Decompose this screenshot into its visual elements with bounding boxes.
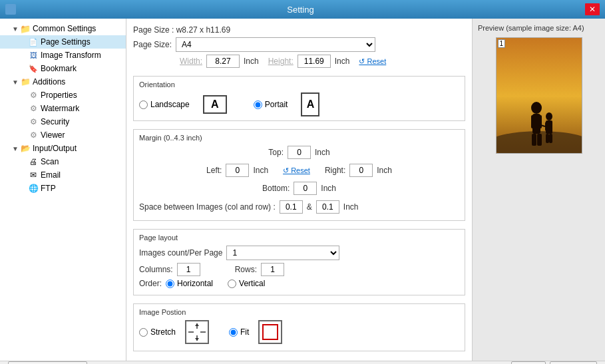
- sidebar-item-security[interactable]: ⚙ Security: [0, 115, 126, 128]
- page-size-select[interactable]: A4 A3 Letter: [176, 37, 375, 52]
- horizontal-radio[interactable]: [166, 279, 174, 288]
- sidebar-label-page-settings: Page Settings: [41, 37, 91, 47]
- portrait-option[interactable]: Portait: [254, 100, 288, 109]
- bottom-label: Bottom:: [262, 184, 290, 193]
- sidebar: ▼ 📁 Common Settings 📄 Page Settings 🖼 Im…: [0, 19, 126, 361]
- security-icon: ⚙: [28, 116, 39, 127]
- sidebar-item-page-settings[interactable]: 📄 Page Settings: [0, 35, 126, 49]
- page-icon: 📄: [28, 37, 39, 47]
- bottom-input[interactable]: [294, 182, 317, 195]
- toggle-icon: [19, 170, 28, 180]
- rows-input[interactable]: [261, 263, 284, 276]
- stretch-option[interactable]: Stretch: [139, 327, 176, 337]
- width-input[interactable]: 8.27: [206, 55, 240, 68]
- sidebar-item-viewer[interactable]: ⚙ Viewer: [0, 128, 126, 142]
- sidebar-label-email: Email: [41, 170, 61, 180]
- sidebar-item-bookmark[interactable]: 🔖 Bookmark: [0, 62, 126, 75]
- space-label: Space between Images (col and row) :: [139, 202, 276, 212]
- rows-label: Rows:: [235, 265, 257, 274]
- sidebar-item-additions[interactable]: ▼ 📁 Additions: [0, 75, 126, 89]
- sidebar-label-properties: Properties: [41, 91, 77, 100]
- fit-icon: [258, 320, 282, 344]
- sidebar-label-ftp: FTP: [41, 184, 56, 193]
- sidebar-label-security: Security: [41, 117, 69, 126]
- height-input[interactable]: 11.69: [298, 55, 331, 68]
- portrait-icon: A: [301, 92, 319, 116]
- sidebar-item-email[interactable]: ✉ Email: [0, 168, 126, 182]
- inch-label-2: Inch: [335, 57, 350, 66]
- stretch-radio[interactable]: [139, 328, 148, 337]
- space-row-input[interactable]: [316, 200, 339, 214]
- bottom-margin-row: Bottom: Inch: [262, 182, 336, 195]
- images-count-select[interactable]: 1 2 4: [226, 246, 339, 260]
- columns-label: Columns:: [139, 265, 173, 274]
- images-count-label: Images count/Per Page: [139, 248, 222, 258]
- page-size-select-row: Page Size: A4 A3 Letter: [133, 37, 465, 52]
- top-input[interactable]: [288, 146, 311, 159]
- fit-option[interactable]: Fit: [229, 327, 249, 337]
- sidebar-item-watermark[interactable]: ⚙ Watermark: [0, 102, 126, 115]
- preview-panel: Preview (sample image size: A4) 1: [472, 19, 605, 361]
- svg-point-8: [531, 102, 542, 114]
- sidebar-item-scan[interactable]: 🖨 Scan: [0, 155, 126, 168]
- space-and: &: [307, 202, 312, 212]
- content-area: ▼ 📁 Common Settings 📄 Page Settings 🖼 Im…: [0, 19, 605, 361]
- margin-section: Margin (0..4.3 inch) Top: Inch Left: Inc…: [133, 129, 465, 221]
- gear-icon: ⚙: [28, 90, 39, 100]
- landscape-radio[interactable]: [139, 100, 148, 109]
- svg-rect-13: [537, 134, 542, 146]
- svg-marker-1: [195, 323, 199, 326]
- toggle-icon: ▼: [11, 77, 20, 87]
- space-col-input[interactable]: [280, 200, 303, 214]
- page-size-title-row: Page Size : w8.27 x h11.69: [133, 25, 465, 35]
- title-bar: Setting ✕: [0, 0, 605, 19]
- portrait-radio[interactable]: [254, 100, 262, 109]
- sidebar-item-common-settings[interactable]: ▼ 📁 Common Settings: [0, 22, 126, 35]
- page-size-section: Page Size : w8.27 x h11.69 Page Size: A4…: [133, 25, 465, 71]
- landscape-label: Landscape: [150, 100, 190, 109]
- horizontal-label: Horizontal: [177, 279, 213, 288]
- inch-right: Inch: [377, 166, 392, 175]
- toggle-icon: [19, 117, 28, 126]
- images-count-row: Images count/Per Page 1 2 4: [139, 246, 459, 260]
- space-row: Space between Images (col and row) : & I…: [139, 200, 459, 214]
- ok-button[interactable]: OK: [511, 361, 545, 364]
- window-title: Setting: [16, 5, 585, 15]
- toggle-icon: ▼: [11, 144, 20, 153]
- page-dimension-row: Width: 8.27 Inch Height: 11.69 Inch ↺ Re…: [133, 55, 465, 68]
- margin-reset-button[interactable]: ↺ Reset: [283, 166, 310, 175]
- orientation-group: Landscape A Portait A: [139, 92, 459, 116]
- left-input[interactable]: [226, 164, 249, 177]
- width-label: Width:: [180, 57, 202, 66]
- default-settings-button[interactable]: Default Settings: [8, 361, 87, 364]
- landscape-option[interactable]: Landscape: [139, 100, 190, 109]
- toggle-icon: [19, 91, 28, 100]
- columns-rows-row: Columns: Rows:: [139, 263, 459, 276]
- horizontal-option[interactable]: Horizontal: [166, 279, 213, 288]
- top-label: Top:: [268, 148, 284, 157]
- vertical-option[interactable]: Vertical: [228, 279, 265, 288]
- sidebar-item-image-transform[interactable]: 🖼 Image Transform: [0, 49, 126, 62]
- orientation-label: Orientation: [139, 81, 459, 89]
- cancel-button[interactable]: Cancel: [550, 361, 597, 364]
- inch-left: Inch: [253, 166, 268, 175]
- vertical-radio[interactable]: [228, 279, 236, 288]
- preview-svg: [497, 38, 582, 154]
- image-position-label: Image Postion: [139, 308, 459, 316]
- svg-rect-19: [549, 134, 552, 143]
- ftp-icon: 🌐: [28, 183, 39, 194]
- svg-rect-11: [537, 115, 542, 128]
- sidebar-item-properties[interactable]: ⚙ Properties: [0, 89, 126, 102]
- right-input[interactable]: [349, 164, 373, 177]
- size-reset-button[interactable]: ↺ Reset: [359, 57, 386, 66]
- sidebar-item-ftp[interactable]: 🌐 FTP: [0, 182, 126, 195]
- viewer-icon: ⚙: [28, 130, 39, 140]
- order-label: Order:: [139, 279, 162, 288]
- toggle-icon: [19, 51, 28, 60]
- fit-radio[interactable]: [229, 328, 238, 337]
- landscape-icon: A: [203, 95, 227, 114]
- close-button[interactable]: ✕: [585, 3, 600, 15]
- sidebar-item-io[interactable]: ▼ 📂 Input/Output: [0, 142, 126, 155]
- columns-input[interactable]: [177, 263, 200, 276]
- orientation-section: Orientation Landscape A Portait A: [133, 76, 465, 121]
